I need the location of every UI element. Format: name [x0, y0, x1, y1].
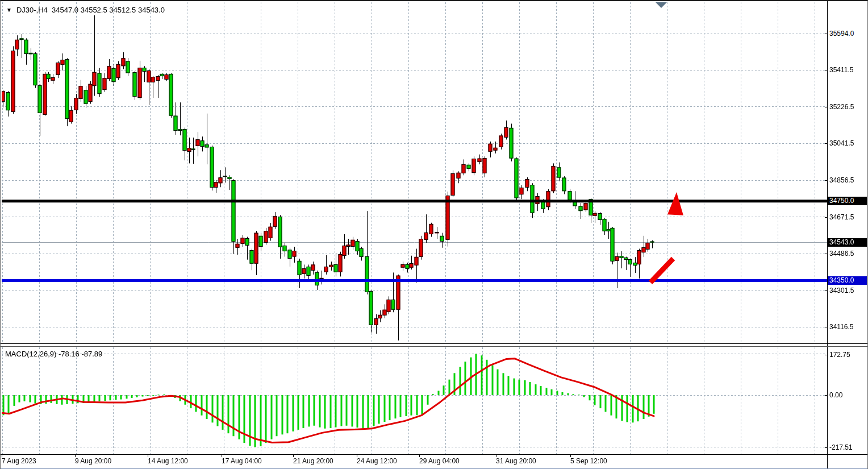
price-axis-label: 35411.5	[829, 66, 854, 74]
mt4-chart-window: ▼DJ30-,H4 34547.0 34552.5 34512.5 34543.…	[0, 0, 868, 469]
ohlc-open: 34547.0	[52, 6, 78, 14]
price-axis-label: 34856.5	[829, 176, 854, 184]
time-axis-label: 31 Aug 20:00	[496, 457, 536, 465]
ohlc-close: 34543.0	[138, 6, 165, 14]
ohlc-high: 34552.5	[81, 6, 107, 14]
macd-axis-label: -217.51	[829, 443, 853, 451]
symbol-period-label: DJ30-,H4	[16, 6, 48, 14]
macd-name: MACD(12,26,9)	[5, 350, 56, 358]
price-axis-label: 34486.5	[829, 250, 854, 258]
price-axis-label: 34116.5	[829, 323, 854, 331]
price-axis-label: 35226.5	[829, 103, 854, 111]
resistance-price-badge: 34750.0	[828, 197, 867, 205]
price-axis-label: 34301.5	[829, 287, 854, 294]
time-axis-label: 21 Aug 20:00	[293, 457, 333, 465]
support-price-badge: 34350.0	[828, 276, 867, 285]
macd-axis-label: 172.75	[829, 351, 850, 359]
macd-signal-value: -87.89	[81, 350, 102, 358]
chart-canvas[interactable]	[2, 2, 827, 468]
ohlc-low: 34512.5	[109, 6, 136, 14]
price-axis-label: 35594.0	[829, 30, 854, 38]
chart-shift-marker-icon[interactable]	[656, 2, 667, 8]
price-axis-border	[827, 1, 828, 468]
time-axis-label: 9 Aug 20:00	[75, 457, 111, 465]
price-axis-label: 35041.5	[829, 139, 854, 147]
chart-ohlc-header: ▼DJ30-,H4 34547.0 34552.5 34512.5 34543.…	[6, 6, 165, 14]
symbol-dropdown-icon: ▼	[6, 7, 12, 13]
panel-separator-bottom	[1, 346, 868, 347]
time-axis-label: 7 Aug 2023	[2, 457, 36, 465]
macd-main-value: -78.16	[59, 350, 80, 358]
time-axis-label: 24 Aug 12:00	[357, 457, 397, 465]
current-price-badge: 34543.0	[828, 238, 867, 247]
macd-indicator-label: MACD(12,26,9) -78.16 -87.89	[5, 350, 102, 358]
time-axis-border	[1, 454, 868, 455]
macd-axis-label: 0.00	[829, 391, 842, 399]
panel-separator-top[interactable]	[1, 343, 868, 344]
time-axis-label: 29 Aug 04:00	[419, 457, 460, 465]
time-axis-label: 14 Aug 12:00	[148, 457, 188, 465]
price-axis-label: 34671.5	[829, 213, 854, 221]
time-axis-label: 5 Sep 12:00	[570, 457, 607, 465]
time-axis-label: 17 Aug 04:00	[222, 457, 262, 465]
